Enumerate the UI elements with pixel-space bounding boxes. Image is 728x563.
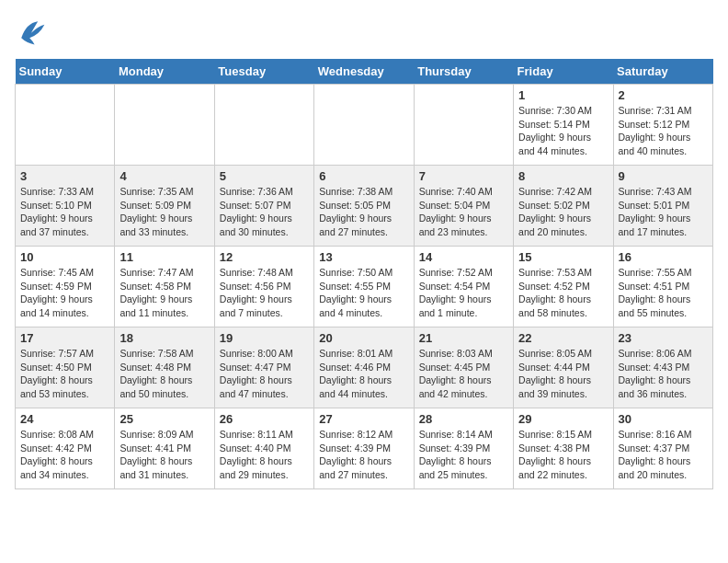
day-number: 8 [518, 169, 608, 183]
day-number: 4 [119, 169, 209, 183]
weekday-header-monday: Monday [115, 59, 214, 85]
calendar-cell: 7Sunrise: 7:40 AM Sunset: 5:04 PM Daylig… [414, 166, 513, 247]
day-info: Sunrise: 7:30 AM Sunset: 5:14 PM Dayligh… [518, 104, 608, 158]
day-info: Sunrise: 8:14 AM Sunset: 4:39 PM Dayligh… [419, 428, 508, 482]
day-number: 15 [518, 250, 608, 264]
calendar-cell: 8Sunrise: 7:42 AM Sunset: 5:02 PM Daylig… [514, 166, 613, 247]
day-info: Sunrise: 7:57 AM Sunset: 4:50 PM Dayligh… [20, 347, 109, 401]
weekday-header-thursday: Thursday [414, 59, 513, 85]
calendar-cell: 30Sunrise: 8:16 AM Sunset: 4:37 PM Dayli… [613, 408, 712, 489]
calendar-cell: 12Sunrise: 7:48 AM Sunset: 4:56 PM Dayli… [214, 247, 313, 327]
day-number: 11 [119, 250, 209, 264]
calendar-cell: 28Sunrise: 8:14 AM Sunset: 4:39 PM Dayli… [414, 408, 513, 489]
day-info: Sunrise: 8:16 AM Sunset: 4:37 PM Dayligh… [619, 428, 708, 482]
day-number: 1 [518, 88, 608, 102]
day-number: 30 [619, 412, 708, 426]
day-info: Sunrise: 7:38 AM Sunset: 5:05 PM Dayligh… [319, 185, 408, 239]
calendar-cell: 3Sunrise: 7:33 AM Sunset: 5:10 PM Daylig… [16, 166, 115, 247]
calendar-week-row: 24Sunrise: 8:08 AM Sunset: 4:42 PM Dayli… [16, 408, 713, 489]
calendar-cell: 19Sunrise: 8:00 AM Sunset: 4:47 PM Dayli… [214, 327, 313, 408]
day-number: 21 [419, 331, 508, 345]
weekday-header-saturday: Saturday [613, 59, 712, 85]
day-number: 26 [220, 412, 309, 426]
calendar-cell: 6Sunrise: 7:38 AM Sunset: 5:05 PM Daylig… [314, 166, 414, 247]
day-info: Sunrise: 7:36 AM Sunset: 5:07 PM Dayligh… [220, 185, 309, 239]
day-info: Sunrise: 7:43 AM Sunset: 5:01 PM Dayligh… [619, 185, 708, 239]
day-info: Sunrise: 7:53 AM Sunset: 4:52 PM Dayligh… [518, 266, 608, 320]
day-number: 7 [419, 169, 508, 183]
day-info: Sunrise: 7:35 AM Sunset: 5:09 PM Dayligh… [119, 185, 209, 239]
day-number: 25 [119, 412, 209, 426]
calendar-cell: 25Sunrise: 8:09 AM Sunset: 4:41 PM Dayli… [115, 408, 214, 489]
calendar-cell [414, 85, 513, 166]
day-number: 5 [220, 169, 309, 183]
calendar-cell: 1Sunrise: 7:30 AM Sunset: 5:14 PM Daylig… [514, 85, 613, 166]
calendar-cell: 16Sunrise: 7:55 AM Sunset: 4:51 PM Dayli… [613, 247, 712, 327]
calendar-cell: 2Sunrise: 7:31 AM Sunset: 5:12 PM Daylig… [613, 85, 712, 166]
weekday-header-friday: Friday [514, 59, 613, 85]
day-info: Sunrise: 7:50 AM Sunset: 4:55 PM Dayligh… [319, 266, 408, 320]
day-info: Sunrise: 8:01 AM Sunset: 4:46 PM Dayligh… [319, 347, 408, 401]
day-number: 28 [419, 412, 508, 426]
calendar-cell: 11Sunrise: 7:47 AM Sunset: 4:58 PM Dayli… [115, 247, 214, 327]
day-number: 12 [220, 250, 309, 264]
day-number: 27 [319, 412, 408, 426]
weekday-header-tuesday: Tuesday [214, 59, 313, 85]
day-info: Sunrise: 8:03 AM Sunset: 4:45 PM Dayligh… [419, 347, 508, 401]
weekday-header-sunday: Sunday [16, 59, 115, 85]
calendar-week-row: 3Sunrise: 7:33 AM Sunset: 5:10 PM Daylig… [16, 166, 713, 247]
calendar-cell: 26Sunrise: 8:11 AM Sunset: 4:40 PM Dayli… [214, 408, 313, 489]
day-number: 17 [20, 331, 109, 345]
calendar-cell: 18Sunrise: 7:58 AM Sunset: 4:48 PM Dayli… [115, 327, 214, 408]
day-info: Sunrise: 7:58 AM Sunset: 4:48 PM Dayligh… [119, 347, 209, 401]
day-number: 16 [619, 250, 708, 264]
calendar-week-row: 10Sunrise: 7:45 AM Sunset: 4:59 PM Dayli… [16, 247, 713, 327]
day-number: 14 [419, 250, 508, 264]
day-info: Sunrise: 8:05 AM Sunset: 4:44 PM Dayligh… [518, 347, 608, 401]
calendar-cell: 5Sunrise: 7:36 AM Sunset: 5:07 PM Daylig… [214, 166, 313, 247]
calendar-week-row: 1Sunrise: 7:30 AM Sunset: 5:14 PM Daylig… [16, 85, 713, 166]
day-info: Sunrise: 7:47 AM Sunset: 4:58 PM Dayligh… [119, 266, 209, 320]
day-number: 22 [518, 331, 608, 345]
day-number: 6 [319, 169, 408, 183]
weekday-header-wednesday: Wednesday [314, 59, 414, 85]
day-info: Sunrise: 7:52 AM Sunset: 4:54 PM Dayligh… [419, 266, 508, 320]
day-number: 19 [220, 331, 309, 345]
calendar-cell [115, 85, 214, 166]
day-info: Sunrise: 8:06 AM Sunset: 4:43 PM Dayligh… [619, 347, 708, 401]
day-info: Sunrise: 7:40 AM Sunset: 5:04 PM Dayligh… [419, 185, 508, 239]
day-info: Sunrise: 8:15 AM Sunset: 4:38 PM Dayligh… [518, 428, 608, 482]
day-info: Sunrise: 8:12 AM Sunset: 4:39 PM Dayligh… [319, 428, 408, 482]
day-number: 10 [20, 250, 109, 264]
calendar-cell: 24Sunrise: 8:08 AM Sunset: 4:42 PM Dayli… [16, 408, 115, 489]
calendar-cell: 17Sunrise: 7:57 AM Sunset: 4:50 PM Dayli… [16, 327, 115, 408]
logo [15, 15, 51, 48]
calendar-cell: 21Sunrise: 8:03 AM Sunset: 4:45 PM Dayli… [414, 327, 513, 408]
calendar-cell: 23Sunrise: 8:06 AM Sunset: 4:43 PM Dayli… [613, 327, 712, 408]
calendar-cell: 20Sunrise: 8:01 AM Sunset: 4:46 PM Dayli… [314, 327, 414, 408]
day-number: 3 [20, 169, 109, 183]
day-info: Sunrise: 7:31 AM Sunset: 5:12 PM Dayligh… [619, 104, 708, 158]
day-info: Sunrise: 8:00 AM Sunset: 4:47 PM Dayligh… [220, 347, 309, 401]
logo-bird-icon [15, 15, 48, 48]
calendar-cell: 9Sunrise: 7:43 AM Sunset: 5:01 PM Daylig… [613, 166, 712, 247]
day-info: Sunrise: 8:09 AM Sunset: 4:41 PM Dayligh… [119, 428, 209, 482]
day-number: 2 [619, 88, 708, 102]
calendar-cell [314, 85, 414, 166]
calendar-cell: 22Sunrise: 8:05 AM Sunset: 4:44 PM Dayli… [514, 327, 613, 408]
calendar-table: SundayMondayTuesdayWednesdayThursdayFrid… [15, 59, 713, 489]
day-number: 29 [518, 412, 608, 426]
day-number: 24 [20, 412, 109, 426]
day-number: 18 [119, 331, 209, 345]
calendar-cell: 29Sunrise: 8:15 AM Sunset: 4:38 PM Dayli… [514, 408, 613, 489]
day-info: Sunrise: 7:55 AM Sunset: 4:51 PM Dayligh… [619, 266, 708, 320]
calendar-cell: 10Sunrise: 7:45 AM Sunset: 4:59 PM Dayli… [16, 247, 115, 327]
calendar-cell [214, 85, 313, 166]
calendar-cell: 4Sunrise: 7:35 AM Sunset: 5:09 PM Daylig… [115, 166, 214, 247]
day-info: Sunrise: 7:33 AM Sunset: 5:10 PM Dayligh… [20, 185, 109, 239]
day-number: 9 [619, 169, 708, 183]
day-info: Sunrise: 8:08 AM Sunset: 4:42 PM Dayligh… [20, 428, 109, 482]
day-info: Sunrise: 7:45 AM Sunset: 4:59 PM Dayligh… [20, 266, 109, 320]
weekday-header-row: SundayMondayTuesdayWednesdayThursdayFrid… [16, 59, 713, 85]
calendar-cell: 15Sunrise: 7:53 AM Sunset: 4:52 PM Dayli… [514, 247, 613, 327]
